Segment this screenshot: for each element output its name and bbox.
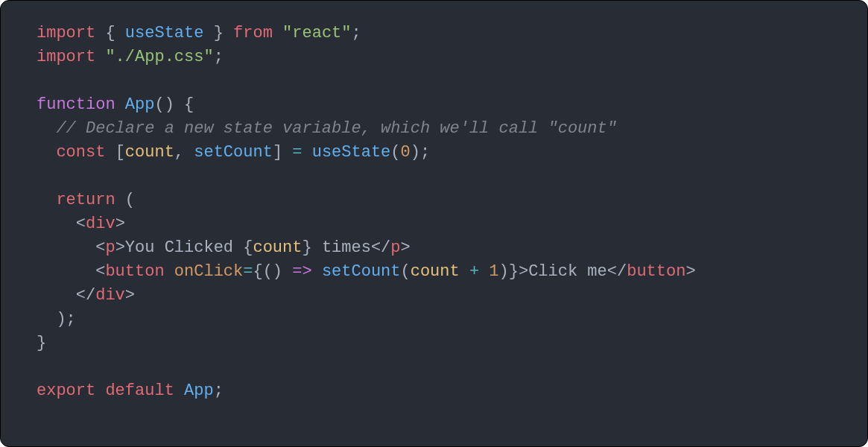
angle-close: > (685, 262, 695, 281)
string-appcss: "./App.css" (105, 48, 213, 66)
ident-count: count (253, 238, 302, 257)
plus: + (460, 262, 490, 281)
paren-open: ( (401, 262, 411, 281)
angle-open-slash: </ (371, 238, 390, 257)
angle-close: > (115, 238, 125, 257)
brace-open: { (174, 95, 194, 114)
ident-App: App (184, 381, 214, 400)
angle-close: > (401, 238, 411, 257)
code-line-6: const [count, setCount] = useState(0); (37, 141, 831, 165)
text-you-clicked: You Clicked (125, 238, 243, 257)
equals: = (243, 262, 253, 281)
comma: , (174, 143, 184, 162)
code-line-9: <div> (37, 212, 831, 236)
keyword-from: from (233, 24, 273, 42)
angle-open: < (95, 262, 105, 281)
parens-empty: () (263, 262, 282, 281)
keyword-import: import (37, 48, 95, 66)
brace-open: { (243, 238, 253, 257)
ident-setCount: setCount (194, 143, 273, 162)
code-block[interactable]: import { useState } from "react";import … (0, 0, 868, 447)
brace-open: { (105, 24, 115, 42)
code-line-15 (37, 355, 831, 379)
keyword-return: return (56, 191, 115, 209)
tag-div: div (95, 286, 125, 305)
code-line-10: <p>You Clicked {count} times</p> (37, 236, 831, 260)
ident-count: count (125, 143, 174, 162)
paren-open: ( (390, 143, 400, 162)
tag-p: p (105, 238, 115, 257)
angle-open: < (76, 215, 86, 233)
ident-App: App (125, 95, 155, 114)
tag-div: div (86, 215, 115, 233)
ident-count: count (411, 262, 460, 281)
tag-p: p (390, 238, 400, 257)
code-line-16: export default App; (37, 379, 831, 403)
number-0: 0 (401, 143, 411, 162)
keyword-function: function (37, 95, 115, 114)
ident-useState: useState (312, 143, 391, 162)
brace-close: } (509, 262, 519, 281)
brace-close: } (214, 24, 224, 42)
paren-open: ( (115, 191, 135, 209)
brace-close: } (302, 238, 311, 257)
string-react: "react" (282, 24, 351, 42)
semicolon: ; (214, 381, 224, 400)
semicolon: ; (420, 143, 430, 162)
semicolon: ; (352, 24, 361, 42)
angle-close: > (125, 286, 135, 305)
parens: () (154, 95, 174, 114)
comment: // Declare a new state variable, which w… (56, 119, 617, 138)
tag-button: button (627, 262, 685, 281)
space (165, 262, 174, 281)
brace-open: { (253, 262, 262, 281)
text-click-me: Click me (528, 262, 607, 281)
code-line-3 (37, 69, 831, 93)
angle-open: < (95, 238, 105, 257)
angle-open-slash: </ (607, 262, 627, 281)
number-1: 1 (489, 262, 498, 281)
tag-button: button (105, 262, 164, 281)
code-line-4: function App() { (37, 93, 831, 117)
keyword-export: export (37, 381, 95, 400)
attr-onclick: onClick (174, 262, 243, 281)
equals: = (292, 143, 302, 162)
angle-open-slash: </ (76, 286, 95, 305)
paren-close: ) (411, 143, 420, 162)
code-line-12: </div> (37, 284, 831, 308)
bracket-open: [ (115, 143, 125, 162)
code-line-14: } (37, 332, 831, 355)
angle-close: > (115, 215, 125, 233)
code-line-5: // Declare a new state variable, which w… (37, 117, 831, 141)
code-line-11: <button onClick={() => setCount(count + … (37, 260, 831, 284)
paren-close: ) (499, 262, 509, 281)
code-line-8: return ( (37, 188, 831, 212)
semicolon: ; (214, 48, 224, 66)
code-line-13: ); (37, 308, 831, 332)
keyword-const: const (56, 143, 105, 162)
keyword-default: default (105, 381, 174, 400)
code-line-1: import { useState } from "react"; (37, 22, 831, 45)
bracket-close: ] (273, 143, 282, 162)
ident-useState: useState (125, 24, 204, 42)
paren-close-semi: ); (56, 310, 75, 329)
angle-close: > (519, 262, 528, 281)
arrow: => (282, 262, 322, 281)
code-line-2: import "./App.css"; (37, 45, 831, 69)
code-line-7 (37, 165, 831, 188)
text-times: times (312, 238, 371, 257)
brace-close: } (37, 334, 46, 352)
ident-setCount: setCount (322, 262, 401, 281)
keyword-import: import (37, 24, 95, 42)
